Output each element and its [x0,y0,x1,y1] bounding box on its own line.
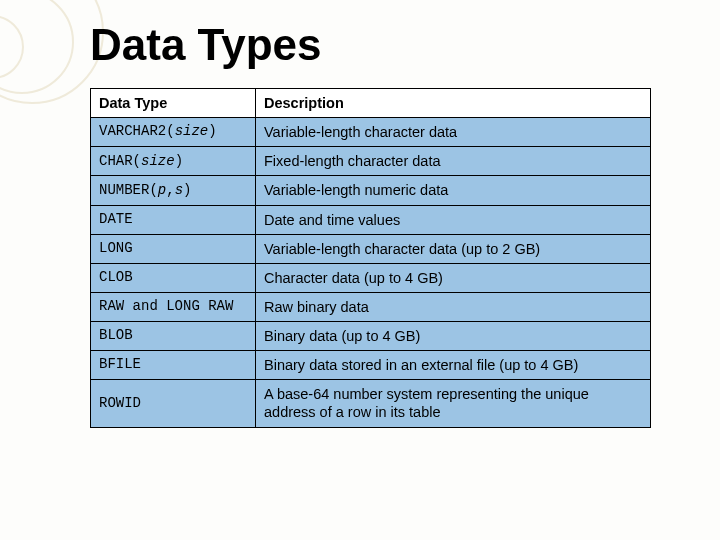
cell-data-type: DATE [91,205,256,234]
cell-data-type: BLOB [91,322,256,351]
cell-description: Character data (up to 4 GB) [256,263,651,292]
table-row: NUMBER(p,s)Variable-length numeric data [91,176,651,205]
cell-description: Variable-length numeric data [256,176,651,205]
cell-data-type: BFILE [91,351,256,380]
cell-description: Raw binary data [256,292,651,321]
cell-description: Binary data stored in an external file (… [256,351,651,380]
table-body: VARCHAR2(size)Variable-length character … [91,118,651,427]
cell-data-type: CLOB [91,263,256,292]
table-row: BLOBBinary data (up to 4 GB) [91,322,651,351]
table-row: LONGVariable-length character data (up t… [91,234,651,263]
table-row: DATEDate and time values [91,205,651,234]
header-description: Description [256,89,651,118]
table-row: CHAR(size)Fixed-length character data [91,147,651,176]
cell-data-type: CHAR(size) [91,147,256,176]
table-row: RAW and LONG RAWRaw binary data [91,292,651,321]
cell-description: Binary data (up to 4 GB) [256,322,651,351]
cell-description: A base-64 number system representing the… [256,380,651,427]
header-data-type: Data Type [91,89,256,118]
cell-data-type: RAW and LONG RAW [91,292,256,321]
cell-description: Variable-length character data (up to 2 … [256,234,651,263]
slide: Data Types Data Type Description VARCHAR… [0,0,720,540]
table-row: VARCHAR2(size)Variable-length character … [91,118,651,147]
cell-data-type: NUMBER(p,s) [91,176,256,205]
cell-data-type: LONG [91,234,256,263]
table-row: BFILEBinary data stored in an external f… [91,351,651,380]
table-header-row: Data Type Description [91,89,651,118]
cell-data-type: VARCHAR2(size) [91,118,256,147]
cell-data-type: ROWID [91,380,256,427]
cell-description: Fixed-length character data [256,147,651,176]
cell-description: Variable-length character data [256,118,651,147]
table-row: CLOBCharacter data (up to 4 GB) [91,263,651,292]
cell-description: Date and time values [256,205,651,234]
data-types-table: Data Type Description VARCHAR2(size)Vari… [90,88,651,428]
page-title: Data Types [90,20,680,70]
table-row: ROWIDA base-64 number system representin… [91,380,651,427]
